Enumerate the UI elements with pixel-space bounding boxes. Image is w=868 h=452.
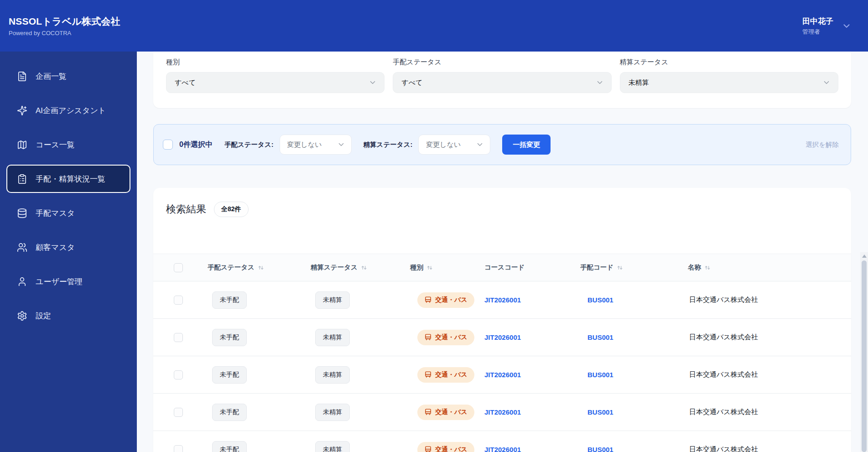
course-code-link[interactable]: JIT2026001 xyxy=(484,333,521,341)
row-checkbox[interactable] xyxy=(174,370,183,379)
bulk-field-select[interactable]: 変更しない xyxy=(280,135,352,155)
chevron-down-icon xyxy=(596,78,604,87)
brand: NSSOLトラベル株式会社 Powered by COCOTRA xyxy=(9,15,120,36)
user-role: 管理者 xyxy=(802,28,833,36)
course-code-link[interactable]: JIT2026001 xyxy=(484,408,521,416)
app-header: NSSOLトラベル株式会社 Powered by COCOTRA 田中花子 管理… xyxy=(0,0,868,52)
arrange-code-link[interactable]: BUS001 xyxy=(587,446,613,452)
bulk-apply-button[interactable]: 一括変更 xyxy=(502,135,551,155)
name-cell: 日本交通バス株式会社 xyxy=(689,408,758,416)
arrange-code-link[interactable]: BUS001 xyxy=(587,296,613,304)
results-count-badge: 全82件 xyxy=(214,202,249,217)
row-checkbox[interactable] xyxy=(174,408,183,417)
select-all-checkbox[interactable] xyxy=(174,263,183,272)
bulk-field-select-value: 変更しない xyxy=(426,140,461,149)
bulk-field: 手配ステータス: 変更しない xyxy=(224,135,352,155)
filter-panel: 種別 すべて 手配ステータス すべて 精 xyxy=(153,52,851,108)
table-row: 未手配 未精算 交通・バス JIT2026001 BUS001 xyxy=(153,281,851,319)
arrange-code-link[interactable]: BUS001 xyxy=(587,371,613,379)
table-row: 未手配 未精算 交通・バス JIT2026001 BUS001 xyxy=(153,356,851,394)
results-title: 検索結果 xyxy=(166,203,206,216)
filter-select-value: すべて xyxy=(175,78,196,87)
settle-status-badge: 未精算 xyxy=(315,441,350,452)
sidebar-item[interactable]: 設定 xyxy=(6,301,130,330)
type-badge-label: 交通・バス xyxy=(435,371,468,379)
powered-by: Powered by COCOTRA xyxy=(9,30,120,36)
bulk-field-select-value: 変更しない xyxy=(287,140,322,149)
sidebar-item-label: AI企画アシスタント xyxy=(36,105,106,116)
table-header-row: 手配ステータス 精算ステータス 種別 コースコード xyxy=(153,254,851,281)
type-badge: 交通・バス xyxy=(417,405,474,420)
column-header-arrange-status: 手配ステータス xyxy=(208,263,255,272)
user-menu[interactable]: 田中花子 管理者 xyxy=(802,16,852,36)
course-code-link[interactable]: JIT2026001 xyxy=(484,371,521,379)
filter-select[interactable]: すべて xyxy=(393,72,611,93)
sidebar-item[interactable]: 顧客マスタ xyxy=(6,233,130,261)
sidebar-item[interactable]: コース一覧 xyxy=(6,130,130,159)
bulk-select-checkbox[interactable] xyxy=(163,140,173,150)
filter-field: 手配ステータス すべて xyxy=(393,58,611,93)
type-badge-label: 交通・バス xyxy=(435,333,468,342)
filter-label: 精算ステータス xyxy=(620,58,838,67)
name-cell: 日本交通バス株式会社 xyxy=(689,296,758,304)
sidebar-item[interactable]: ユーザー管理 xyxy=(6,267,130,296)
row-checkbox[interactable] xyxy=(174,333,183,342)
scrollbar-thumb[interactable] xyxy=(862,260,867,452)
arrange-code-link[interactable]: BUS001 xyxy=(587,333,613,341)
column-header-type: 種別 xyxy=(410,263,423,272)
sort-icon[interactable] xyxy=(616,264,624,271)
sparkles-icon xyxy=(17,105,27,116)
filter-select[interactable]: すべて xyxy=(166,72,385,93)
scroll-up-arrow-icon[interactable] xyxy=(862,255,867,258)
company-name: NSSOLトラベル株式会社 xyxy=(9,15,120,28)
table-row: 未手配 未精算 交通・バス JIT2026001 BUS001 xyxy=(153,319,851,356)
chevron-down-icon xyxy=(337,140,345,149)
bulk-field-label: 精算ステータス: xyxy=(364,140,413,149)
type-badge: 交通・バス xyxy=(417,367,474,383)
sort-icon[interactable] xyxy=(257,264,265,271)
row-checkbox[interactable] xyxy=(174,296,183,305)
course-code-link[interactable]: JIT2026001 xyxy=(484,296,521,304)
sidebar-item-label: 企画一覧 xyxy=(36,71,67,82)
clear-selection-link[interactable]: 選択を解除 xyxy=(806,140,839,149)
table-scrollbar[interactable] xyxy=(860,252,868,452)
table-row: 未手配 未精算 交通・バス JIT2026001 BUS001 xyxy=(153,394,851,431)
filter-select[interactable]: 未精算 xyxy=(620,72,838,93)
type-badge: 交通・バス xyxy=(417,330,474,345)
users-icon xyxy=(17,242,27,253)
sort-icon[interactable] xyxy=(704,264,711,271)
filter-grid: 種別 すべて 手配ステータス すべて 精 xyxy=(166,58,838,93)
bulk-field-label: 手配ステータス: xyxy=(224,140,274,149)
sidebar-item[interactable]: AI企画アシスタント xyxy=(6,96,130,125)
settle-status-badge: 未精算 xyxy=(315,366,350,384)
arrange-status-badge: 未手配 xyxy=(212,329,247,346)
bus-icon xyxy=(424,333,432,341)
sidebar-item[interactable]: 企画一覧 xyxy=(6,62,130,90)
sidebar-item[interactable]: 手配マスタ xyxy=(6,199,130,227)
arrange-status-badge: 未手配 xyxy=(212,404,247,421)
type-badge-label: 交通・バス xyxy=(435,296,468,304)
name-cell: 日本交通バス株式会社 xyxy=(689,370,758,379)
bulk-field-select[interactable]: 変更しない xyxy=(418,135,490,155)
user-icon xyxy=(17,276,27,287)
sidebar-item-label: 手配・精算状況一覧 xyxy=(36,174,105,184)
filter-field: 精算ステータス 未精算 xyxy=(620,58,838,93)
chevron-down-icon xyxy=(842,21,852,31)
filter-select-value: 未精算 xyxy=(629,78,649,87)
sort-icon[interactable] xyxy=(426,264,433,271)
main-content: 種別 すべて 手配ステータス すべて 精 xyxy=(137,52,868,452)
sidebar-item-label: コース一覧 xyxy=(36,140,75,150)
database-icon xyxy=(17,208,27,218)
sort-icon[interactable] xyxy=(360,264,368,271)
row-checkbox[interactable] xyxy=(174,445,183,452)
column-header-settle-status: 精算ステータス xyxy=(311,263,358,272)
selected-count: 0件選択中 xyxy=(179,140,213,150)
chevron-down-icon xyxy=(822,78,831,87)
document-icon xyxy=(17,71,27,82)
arrange-code-link[interactable]: BUS001 xyxy=(587,408,613,416)
sidebar-item[interactable]: 手配・精算状況一覧 xyxy=(6,165,130,193)
filter-label: 種別 xyxy=(166,58,385,67)
course-code-link[interactable]: JIT2026001 xyxy=(484,446,521,452)
table-body: 未手配 未精算 交通・バス JIT2026001 BUS001 xyxy=(153,281,851,452)
settle-status-badge: 未精算 xyxy=(315,404,350,421)
